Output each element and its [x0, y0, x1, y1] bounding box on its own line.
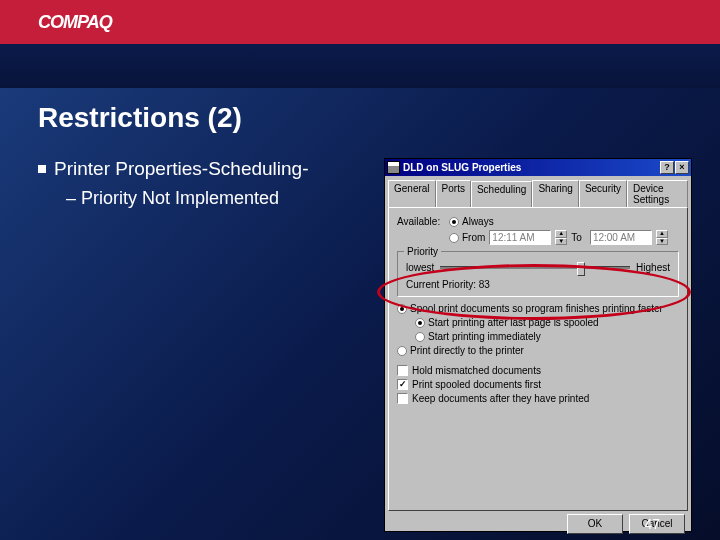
bullet-square-icon — [38, 165, 46, 173]
available-label: Available: — [397, 216, 449, 227]
from-row: From 12:11 AM ▲▼ To 12:00 AM ▲▼ — [397, 230, 679, 245]
radio-always-label: Always — [462, 216, 494, 227]
radio-spool[interactable] — [397, 304, 407, 314]
print-first-row: Print spooled documents first — [397, 379, 679, 390]
checkbox-keep-docs[interactable] — [397, 393, 408, 404]
time-to-spinner[interactable]: ▲▼ — [656, 230, 668, 245]
print-first-label: Print spooled documents first — [412, 379, 541, 390]
time-from-input[interactable]: 12:11 AM — [489, 230, 551, 245]
spool-option-row: Spool print documents so program finishe… — [397, 303, 679, 314]
lowest-label: lowest — [406, 262, 434, 273]
help-button[interactable]: ? — [660, 161, 674, 174]
tab-ports[interactable]: Ports — [436, 180, 471, 207]
tab-device-settings[interactable]: Device Settings — [627, 180, 688, 207]
checkbox-print-first[interactable] — [397, 379, 408, 390]
radio-spool-immediate-label: Start printing immediately — [428, 331, 541, 342]
tab-sharing[interactable]: Sharing — [532, 180, 578, 207]
slide-title: Restrictions (2) — [0, 88, 720, 134]
direct-option-row: Print directly to the printer — [397, 345, 679, 356]
keep-docs-row: Keep documents after they have printed — [397, 393, 679, 404]
time-from-spinner[interactable]: ▲▼ — [555, 230, 567, 245]
to-label: To — [571, 232, 582, 243]
header-stripe — [0, 44, 720, 88]
printer-properties-dialog: DLD on SLUG Properties ? × General Ports… — [384, 158, 692, 532]
radio-from[interactable] — [449, 233, 459, 243]
slider-thumb[interactable] — [577, 262, 585, 276]
dialog-title: DLD on SLUG Properties — [403, 162, 521, 173]
tab-security[interactable]: Security — [579, 180, 627, 207]
available-row: Available: Always — [397, 216, 679, 227]
compaq-logo: COMPAQ — [38, 12, 112, 33]
radio-direct[interactable] — [397, 346, 407, 356]
dialog-titlebar[interactable]: DLD on SLUG Properties ? × — [385, 159, 691, 176]
radio-from-label: From — [462, 232, 485, 243]
bullet1-text: Printer Properties-Scheduling- — [54, 158, 309, 180]
priority-group-label: Priority — [404, 246, 441, 257]
hold-mismatch-label: Hold mismatched documents — [412, 365, 541, 376]
radio-spool-last-label: Start printing after last page is spoole… — [428, 317, 599, 328]
radio-spool-label: Spool print documents so program finishe… — [410, 303, 663, 314]
ok-button[interactable]: OK — [567, 514, 623, 534]
radio-always[interactable] — [449, 217, 459, 227]
tab-strip: General Ports Scheduling Sharing Securit… — [385, 176, 691, 207]
printer-icon — [387, 161, 400, 174]
close-button[interactable]: × — [675, 161, 689, 174]
radio-spool-immediate[interactable] — [415, 332, 425, 342]
time-to-input[interactable]: 12:00 AM — [590, 230, 652, 245]
hold-mismatch-row: Hold mismatched documents — [397, 365, 679, 376]
spool-immediate-row: Start printing immediately — [397, 331, 679, 342]
scheduling-panel: Available: Always From 12:11 AM ▲▼ To 12… — [388, 207, 688, 511]
radio-direct-label: Print directly to the printer — [410, 345, 524, 356]
spool-last-row: Start printing after last page is spoole… — [397, 317, 679, 328]
radio-spool-last[interactable] — [415, 318, 425, 328]
tab-scheduling[interactable]: Scheduling — [471, 181, 532, 208]
checkbox-hold-mismatch[interactable] — [397, 365, 408, 376]
keep-docs-label: Keep documents after they have printed — [412, 393, 589, 404]
brand-header: COMPAQ — [0, 0, 720, 44]
highest-label: Highest — [636, 262, 670, 273]
tab-general[interactable]: General — [388, 180, 436, 207]
current-priority-label: Current Priority: 83 — [406, 279, 670, 290]
priority-group: Priority lowest Highest Current Priority… — [397, 251, 679, 297]
priority-slider[interactable] — [440, 266, 630, 269]
page-number: 47 — [644, 516, 660, 532]
slide-content: Restrictions (2) Printer Properties-Sche… — [0, 88, 720, 540]
